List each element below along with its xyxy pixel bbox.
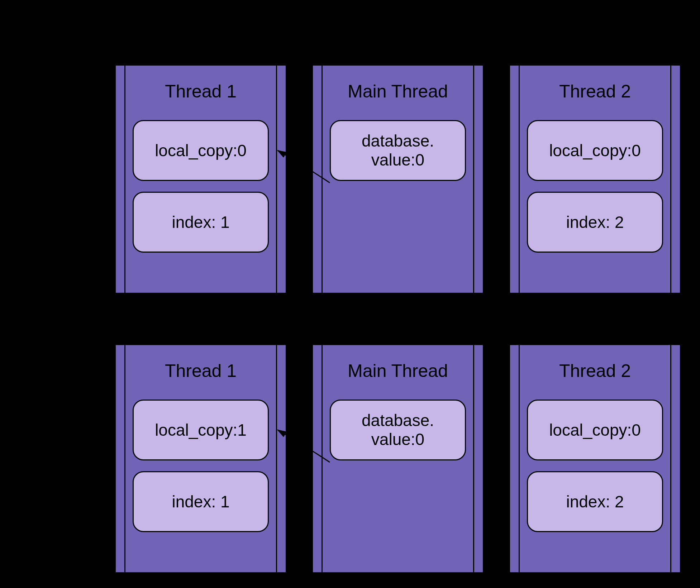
thread-title: Main Thread (322, 349, 474, 392)
local-copy-box: local_copy:1 (133, 400, 269, 460)
thread-1-box: Thread 1 local_copy:1 index: 1 (115, 344, 287, 573)
diagram-row-1: Thread 1 local_copy:0 index: 1 Main Thre… (115, 64, 681, 294)
diagram-row-2: Thread 1 local_copy:1 index: 1 Main Thre… (115, 344, 681, 573)
thread-title: Thread 2 (519, 349, 671, 392)
rail (276, 345, 277, 572)
rail (124, 66, 125, 293)
rail (322, 345, 323, 572)
rail (473, 345, 474, 572)
local-copy-box: local_copy:0 (527, 400, 663, 460)
index-box: index: 2 (527, 471, 663, 532)
rail (322, 66, 323, 293)
thread-title: Thread 1 (124, 70, 277, 113)
local-copy-box: local_copy:0 (527, 120, 663, 181)
index-box: index: 1 (133, 471, 269, 532)
thread-1-box: Thread 1 local_copy:0 index: 1 (115, 64, 287, 294)
thread-2-box: Thread 2 local_copy:0 index: 2 (509, 344, 681, 573)
database-value-box: database.value:0 (330, 120, 466, 181)
rail (670, 345, 671, 572)
index-box: index: 1 (133, 192, 269, 253)
rail (519, 66, 520, 293)
local-copy-box: local_copy:0 (133, 120, 269, 181)
thread-title: Thread 2 (519, 70, 671, 113)
database-value-box: database.value:0 (330, 400, 466, 460)
main-thread-box: Main Thread database.value:0 (312, 344, 484, 573)
rail (124, 345, 125, 572)
thread-2-box: Thread 2 local_copy:0 index: 2 (509, 64, 681, 294)
rail (473, 66, 474, 293)
thread-title: Main Thread (322, 70, 474, 113)
rail (519, 345, 520, 572)
thread-title: Thread 1 (124, 349, 277, 392)
index-box: index: 2 (527, 192, 663, 253)
rail (670, 66, 671, 293)
main-thread-box: Main Thread database.value:0 (312, 64, 484, 294)
rail (276, 66, 277, 293)
